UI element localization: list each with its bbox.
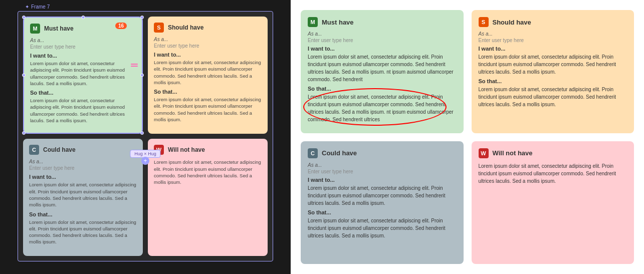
panel-card-must[interactable]: M Must have As a... Enter user type here… [301, 10, 464, 133]
panel-must-lorem2: Lorem ipsum dolor sit amet, consectetur … [308, 93, 457, 123]
could-lorem-2: Lorem ipsum dolor sit amet, consectetur … [29, 219, 137, 245]
could-so-that-heading: So that... [29, 211, 137, 217]
must-have-icon: M [30, 24, 40, 34]
panel-will-icon: W [479, 148, 489, 158]
input-placeholder[interactable]: Enter user type here [30, 44, 136, 50]
badge-count: 16 [115, 23, 127, 29]
will-not-title: Will not have [168, 146, 205, 153]
card-must-have[interactable]: M Must have 16 As a... Enter user type h… [23, 17, 143, 134]
panel-should-lorem2: Lorem ipsum dolor sit amet, consectetur … [479, 86, 627, 108]
panel-could-header: C Could have [308, 148, 457, 158]
panel-should-as-a: As a... [479, 31, 627, 37]
panel-could-so-that: So that... [308, 209, 457, 215]
lorem-text-1: Lorem ipsum dolor sit amet, consectetur … [30, 60, 136, 87]
frame-icon: ✦ [25, 4, 29, 10]
panel-will-lorem1: Lorem ipsum dolor sit amet, consectetur … [479, 162, 627, 185]
panel-must-header: M Must have [308, 17, 457, 27]
lorem-text-2: Lorem ipsum dolor sit amet, consectetur … [30, 97, 136, 124]
handle-tl [22, 16, 26, 19]
panel-will-header: W Will not have [479, 148, 627, 158]
panel-must-as-a: As a... [308, 31, 457, 37]
panel-must-icon: M [308, 17, 318, 27]
panel-could-title: Could have [322, 149, 357, 157]
panel-should-icon: S [479, 17, 489, 27]
card-header-will: W Will not have [154, 145, 262, 155]
card-header-should: S Should have [154, 23, 262, 33]
should-as-a-label: As a... [154, 37, 262, 42]
panel-should-so-that: So that... [479, 78, 627, 84]
panel-could-i-want: I want to... [308, 177, 457, 183]
panel-should-input[interactable]: Enter user type here [479, 38, 627, 43]
could-have-title: Could have [43, 146, 76, 153]
handle-tr [140, 16, 144, 19]
could-lorem-1: Lorem ipsum dolor sit amet, consectetur … [29, 181, 137, 208]
should-have-title: Should have [168, 24, 203, 31]
canvas-area: ✦ Frame 7 M Must have 16 As [0, 0, 291, 274]
i-want-heading: I want to... [30, 53, 136, 59]
panel-must-title: Must have [322, 19, 354, 26]
panel-could-lorem2: Lorem ipsum dolor sit amet, consectetur … [308, 217, 457, 239]
will-not-lorem: Lorem ipsum dolor sit amet, consectetur … [154, 159, 262, 185]
panel-should-title: Should have [493, 19, 531, 26]
card-will-not[interactable]: W Will not have Lorem ipsum dolor sit am… [148, 139, 268, 256]
so-that-heading: So that... [30, 90, 136, 96]
handle-tc [81, 16, 85, 19]
should-input-placeholder[interactable]: Enter user type here [154, 43, 262, 49]
must-have-title: Must have [44, 25, 74, 32]
as-a-label: As a... [30, 38, 136, 43]
should-i-want-heading: I want to... [154, 52, 262, 58]
panel-will-title: Will not have [493, 149, 533, 157]
panel-should-header: S Should have [479, 17, 627, 27]
handle-br [140, 131, 144, 135]
handle-rc [140, 74, 144, 77]
panel-card-will-not[interactable]: W Will not have Lorem ipsum dolor sit am… [472, 141, 634, 264]
plus-button[interactable]: + [141, 157, 149, 165]
panel-should-i-want: I want to... [479, 46, 627, 52]
frame-container: M Must have 16 As a... Enter user type h… [18, 11, 273, 261]
card-should-have[interactable]: S Should have As a... Enter user type he… [148, 17, 268, 134]
panel-should-lorem1: Lorem ipsum dolor sit amet, consectetur … [479, 53, 627, 76]
panel-must-so-that: So that... [308, 86, 457, 92]
panel-card-should[interactable]: S Should have As a... Enter user type he… [472, 10, 634, 133]
panel-must-i-want: I want to... [308, 46, 457, 52]
handle-bl [22, 131, 26, 135]
handle-lc [22, 74, 26, 77]
could-i-want-heading: I want to... [29, 174, 137, 180]
frame-label: ✦ Frame 7 [25, 4, 50, 10]
should-so-that-heading: So that... [154, 89, 262, 95]
drag-indicator [131, 64, 138, 67]
panel-card-could[interactable]: C Could have As a... Enter user type her… [301, 141, 464, 264]
should-lorem-2: Lorem ipsum dolor sit amet, consectetur … [154, 96, 262, 123]
card-could-have[interactable]: C Could have As a... Enter user type her… [23, 139, 143, 256]
panel-could-as-a: As a... [308, 162, 457, 168]
card-header-could: C Could have [29, 145, 137, 155]
could-have-icon: C [29, 145, 39, 155]
right-panel: M Must have As a... Enter user type here… [291, 0, 644, 274]
should-lorem-1: Lorem ipsum dolor sit amet, consectetur … [154, 59, 262, 86]
panel-must-lorem1: Lorem ipsum dolor sit amet, consectetur … [308, 53, 457, 83]
could-input-placeholder[interactable]: Enter user type here [29, 165, 137, 171]
panel-could-lorem1: Lorem ipsum dolor sit amet, consectetur … [308, 184, 457, 207]
panel-could-icon: C [308, 148, 318, 158]
panel-must-input[interactable]: Enter user type here [308, 38, 457, 43]
panel-could-input[interactable]: Enter user type here [308, 169, 457, 174]
could-as-a-label: As a... [29, 159, 137, 164]
should-have-icon: S [154, 23, 164, 33]
